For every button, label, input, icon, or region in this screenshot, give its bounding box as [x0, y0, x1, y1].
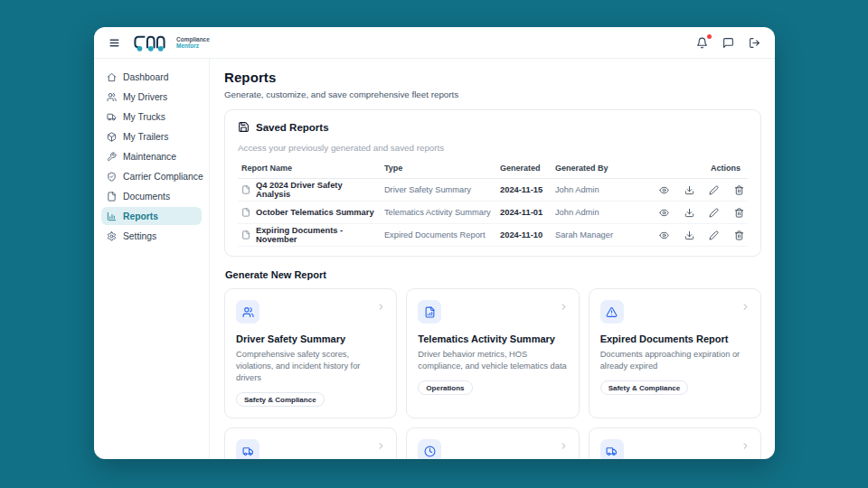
file-icon [241, 185, 250, 194]
sidebar-item-my-trucks[interactable]: My Trucks [101, 108, 202, 126]
report-name: Expiring Documents - November [256, 226, 377, 244]
saved-reports-title: Saved Reports [256, 122, 329, 133]
report-generated-date: 2024-11-15 [496, 179, 552, 202]
wrench-icon [107, 152, 117, 162]
sidebar-item-maintenance[interactable]: Maintenance [101, 147, 202, 165]
sidebar-item-label: Reports [123, 211, 158, 221]
download-button[interactable] [683, 229, 696, 242]
gear-icon [107, 231, 117, 241]
sidebar-item-label: My Trailers [123, 132, 168, 142]
sidebar-item-dashboard[interactable]: Dashboard [101, 68, 202, 86]
eye-icon [659, 208, 669, 218]
edit-button[interactable] [707, 183, 721, 197]
main-content: Reports Generate, customize, and save co… [210, 59, 775, 459]
sidebar-item-documents[interactable]: Documents [101, 187, 202, 205]
view-button[interactable] [657, 183, 671, 197]
file-icon [241, 208, 250, 217]
view-button[interactable] [657, 229, 671, 242]
trash-icon [734, 208, 744, 218]
users-icon [107, 92, 117, 102]
package-icon [107, 132, 117, 142]
card-driver-safety-summary[interactable]: Driver Safety Summary Comprehensive safe… [224, 288, 397, 418]
download-button[interactable] [683, 206, 696, 220]
delete-button[interactable] [732, 229, 746, 242]
edit-button[interactable] [707, 229, 721, 242]
table-row: October Telematics Summary Telematics Ac… [238, 202, 748, 224]
column-header-type: Type [381, 159, 496, 179]
trash-icon [734, 230, 744, 240]
notifications-button[interactable] [694, 35, 710, 51]
card-title: Expired Documents Report [600, 333, 729, 344]
brand-name: Compliance Mentorz [176, 36, 210, 50]
sidebar-item-label: Carrier Compliance [123, 172, 203, 182]
column-header-generated-by: Generated By [552, 159, 645, 179]
card-description: Documents approaching expiration or alre… [600, 349, 750, 372]
clock-icon [424, 446, 436, 457]
sidebar-item-my-drivers[interactable]: My Drivers [101, 88, 202, 106]
report-generated-by: John Admin [552, 202, 645, 224]
report-name: Q4 2024 Driver Safety Analysis [256, 181, 377, 199]
chevron-right-icon [741, 438, 750, 455]
download-icon [684, 230, 694, 240]
sidebar-item-label: Documents [123, 192, 170, 202]
logout-icon [749, 37, 760, 49]
chevron-right-icon [376, 438, 386, 455]
page-subtitle: Generate, customize, and save comprehens… [224, 89, 761, 99]
delete-button[interactable] [732, 183, 746, 197]
download-button[interactable] [683, 183, 696, 197]
pencil-icon [709, 208, 719, 218]
save-icon [238, 121, 250, 133]
sidebar-item-label: My Drivers [123, 92, 167, 102]
truck-logo-icon [132, 33, 172, 53]
truck-icon [107, 112, 117, 122]
report-name: October Telematics Summary [256, 208, 374, 217]
messages-button[interactable] [721, 35, 736, 51]
card-title: Telematics Activity Summary [418, 333, 555, 344]
sidebar-item-label: Dashboard [123, 72, 168, 82]
sidebar: Dashboard My Drivers My Trucks My Traile… [94, 59, 210, 459]
chevron-right-icon [741, 299, 750, 315]
report-generated-date: 2024-11-10 [496, 224, 552, 247]
topbar: Compliance Mentorz [94, 27, 775, 59]
card-fleet-maintenance-report[interactable]: Fleet Maintenance Report Maintenance sch… [224, 427, 397, 459]
file-chart-icon [424, 306, 436, 318]
saved-reports-subtitle: Access your previously generated and sav… [238, 143, 748, 153]
report-generated-by: John Admin [552, 179, 645, 202]
sidebar-item-my-trailers[interactable]: My Trailers [101, 127, 202, 145]
card-expired-documents-report[interactable]: Expired Documents Report Documents appro… [589, 288, 761, 418]
table-row: Expiring Documents - November Expired Do… [238, 224, 748, 247]
home-icon [107, 72, 117, 82]
app-logo[interactable]: Compliance Mentorz [132, 33, 210, 53]
card-hos-compliance-report[interactable]: HOS Compliance Report Hours of Service v… [406, 427, 579, 459]
view-button[interactable] [657, 206, 671, 220]
category-badge: Safety & Compliance [600, 380, 689, 395]
bell-icon [696, 37, 708, 49]
hamburger-menu-button[interactable] [107, 35, 122, 51]
sidebar-item-carrier-compliance[interactable]: Carrier Compliance [101, 167, 202, 185]
delete-button[interactable] [732, 206, 746, 220]
truck-icon [606, 446, 618, 457]
file-icon [241, 230, 250, 239]
sidebar-item-settings[interactable]: Settings [101, 227, 202, 245]
edit-button[interactable] [707, 206, 721, 220]
document-icon [107, 192, 117, 202]
column-header-report-name: Report Name [238, 159, 381, 179]
sidebar-item-label: My Trucks [123, 112, 165, 122]
column-header-generated: Generated [496, 159, 552, 179]
eye-icon [659, 230, 669, 240]
logout-button[interactable] [747, 35, 762, 51]
sidebar-item-label: Settings [123, 231, 156, 241]
card-telematics-activity-summary[interactable]: Telematics Activity Summary Driver behav… [406, 288, 579, 418]
trash-icon [734, 185, 744, 195]
generate-section-title: Generate New Report [225, 269, 761, 280]
sidebar-item-reports[interactable]: Reports [101, 207, 202, 225]
card-vehicle-utilization-report[interactable]: Vehicle Utilization Report Fleet usage s… [589, 427, 761, 459]
chart-icon [107, 211, 117, 221]
pencil-icon [709, 185, 719, 195]
truck-icon [242, 446, 254, 457]
chevron-right-icon [559, 299, 569, 315]
category-badge: Operations [418, 380, 472, 395]
users-icon [242, 306, 254, 318]
alert-triangle-icon [606, 306, 618, 318]
report-generated-by: Sarah Manager [552, 224, 645, 247]
